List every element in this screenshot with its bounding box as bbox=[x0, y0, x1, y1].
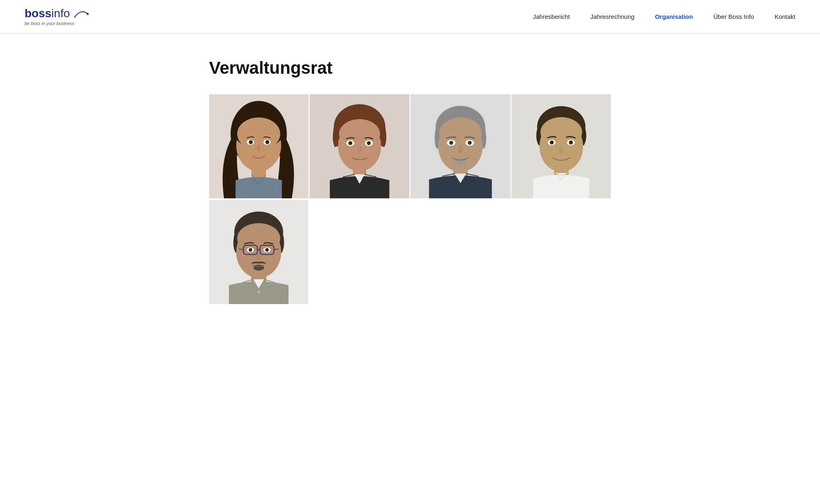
svg-point-46 bbox=[550, 141, 554, 145]
nav-jahresbericht[interactable]: Jahresbericht bbox=[533, 13, 570, 20]
svg-point-47 bbox=[569, 141, 573, 145]
svg-point-11 bbox=[251, 141, 252, 142]
svg-point-12 bbox=[267, 141, 269, 142]
nav-jahresrechnung[interactable]: Jahresrechnung bbox=[590, 13, 635, 20]
logo-arc-icon bbox=[74, 10, 89, 19]
svg-point-63 bbox=[248, 248, 252, 252]
svg-point-64 bbox=[265, 248, 269, 252]
logo-text: bossinfo bbox=[25, 7, 89, 20]
svg-point-9 bbox=[249, 140, 253, 144]
nav-organisation[interactable]: Organisation bbox=[655, 13, 693, 20]
nav-ueber-boss-info[interactable]: Über Boss Info bbox=[713, 13, 754, 20]
svg-point-65 bbox=[251, 249, 252, 250]
svg-point-68 bbox=[258, 291, 260, 293]
empty-cell-1 bbox=[310, 200, 409, 304]
svg-point-22 bbox=[367, 141, 371, 145]
persons-row-1 bbox=[209, 94, 611, 198]
page-title: Verwaltungsrat bbox=[209, 58, 611, 78]
svg-point-21 bbox=[348, 141, 353, 145]
svg-point-36 bbox=[470, 141, 471, 143]
svg-point-18 bbox=[339, 119, 380, 149]
svg-point-6 bbox=[237, 117, 280, 150]
svg-point-33 bbox=[449, 141, 453, 145]
svg-point-35 bbox=[451, 141, 452, 143]
person-photo-3[interactable] bbox=[411, 94, 510, 198]
main-content: Verwaltungsrat bbox=[184, 34, 636, 337]
empty-cell-2 bbox=[411, 200, 510, 304]
svg-point-24 bbox=[369, 142, 370, 143]
person-photo-4[interactable] bbox=[512, 94, 611, 198]
logo[interactable]: bossinfo be boss in your business bbox=[25, 7, 89, 26]
svg-point-34 bbox=[468, 141, 472, 145]
empty-cell-3 bbox=[512, 200, 611, 304]
logo-info: info bbox=[51, 7, 70, 20]
logo-tagline: be boss in your business bbox=[25, 21, 74, 26]
persons-row-2 bbox=[209, 200, 611, 304]
svg-point-49 bbox=[571, 141, 572, 142]
logo-boss: boss bbox=[25, 7, 51, 20]
person-photo-5[interactable] bbox=[209, 200, 308, 304]
header: bossinfo be boss in your business Jahres… bbox=[0, 0, 820, 34]
person-photo-1[interactable] bbox=[209, 94, 308, 198]
svg-point-66 bbox=[267, 249, 268, 250]
svg-point-30 bbox=[439, 117, 481, 149]
svg-point-43 bbox=[540, 117, 582, 147]
svg-point-48 bbox=[552, 141, 553, 142]
svg-point-23 bbox=[350, 142, 351, 143]
person-photo-2[interactable] bbox=[310, 94, 409, 198]
svg-point-10 bbox=[265, 140, 269, 144]
main-nav: Jahresbericht Jahresrechnung Organisatio… bbox=[533, 13, 795, 20]
nav-kontakt[interactable]: Kontakt bbox=[774, 13, 795, 20]
